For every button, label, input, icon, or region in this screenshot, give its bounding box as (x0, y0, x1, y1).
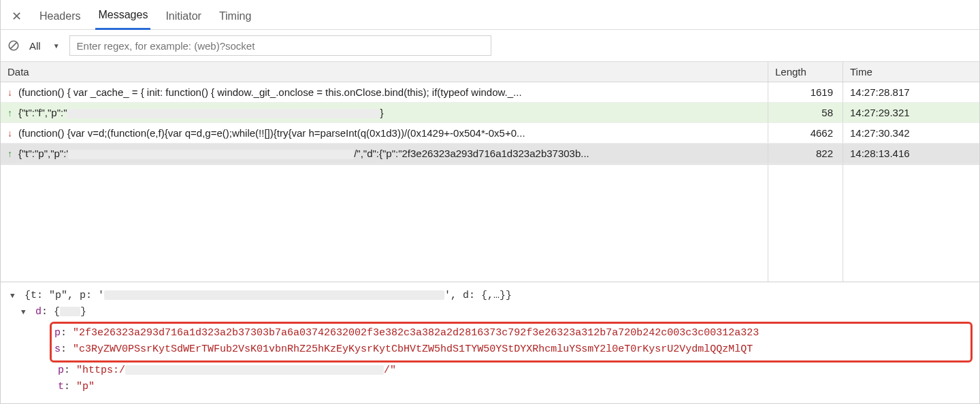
message-length: 58 (768, 103, 843, 122)
detail-d-key: d (35, 306, 42, 318)
arrow-down-icon: ↓ (7, 128, 14, 139)
chevron-down-icon: ▼ (53, 42, 60, 50)
detail-p2-value: "https://" (76, 365, 396, 376)
tab-messages[interactable]: Messages (95, 5, 150, 30)
detail-p2-key: p (58, 365, 64, 376)
svg-line-1 (10, 42, 17, 49)
table-empty-space (1, 164, 979, 282)
tabbar: ✕ Headers Messages Initiator Timing (1, 0, 979, 30)
message-time: 14:28:13.416 (843, 144, 979, 163)
message-data: {"t":"p","p":'/","d":{"p":"2f3e26323a293… (18, 148, 589, 159)
detail-p-key: p (54, 327, 61, 339)
arrow-up-icon: ↑ (7, 148, 14, 159)
message-data: (function() {var v=d;(function(e,f){var … (18, 127, 525, 139)
col-header-length[interactable]: Length (768, 62, 843, 82)
filter-bar: All ▼ (1, 30, 979, 62)
message-time: 14:27:29.321 (843, 103, 979, 122)
detail-s-value: "c3RyZWV0PSsrKytSdWErTWFub2VsK01vbnRhZ25… (73, 343, 753, 355)
tab-timing[interactable]: Timing (216, 6, 254, 29)
detail-p-value: "2f3e26323a293d716a1d323a2b37303b7a6a037… (73, 327, 759, 339)
message-time: 14:27:28.817 (843, 82, 979, 102)
filter-direction-dropdown[interactable]: All ▼ (25, 39, 64, 53)
col-header-time[interactable]: Time (843, 62, 979, 82)
col-header-data[interactable]: Data (1, 62, 768, 82)
detail-s-key: s (54, 343, 61, 355)
message-data: {"t":"f","p":"} (18, 107, 383, 118)
highlighted-payload: p: "2f3e26323a293d716a1d323a2b37303b7a6a… (50, 322, 973, 363)
tab-initiator[interactable]: Initiator (163, 6, 203, 29)
message-time: 14:27:30.342 (843, 123, 979, 143)
disclosure-triangle-icon[interactable]: ▼ (21, 307, 29, 319)
message-length: 1619 (768, 82, 843, 102)
message-detail-pane: ▼ {t: "p", p: '', d: {,…}} ▼ d: {} p: "2… (1, 282, 979, 403)
tab-headers[interactable]: Headers (37, 6, 83, 29)
devtools-network-websocket-panel: ✕ Headers Messages Initiator Timing All … (0, 0, 980, 404)
filter-regex-input[interactable] (69, 35, 491, 56)
close-icon[interactable]: ✕ (9, 9, 24, 27)
clear-icon[interactable] (7, 39, 20, 52)
message-length: 4662 (768, 123, 843, 143)
message-row[interactable]: ↑ {"t":"p","p":'/","d":{"p":"2f3e26323a2… (1, 144, 979, 164)
message-row[interactable]: ↓ (function() {var v=d;(function(e,f){va… (1, 123, 979, 144)
filter-direction-label: All (29, 40, 41, 52)
message-row[interactable]: ↓ (function() { var _cache_ = { init: fu… (1, 82, 979, 103)
detail-t-key: t (58, 381, 64, 392)
arrow-up-icon: ↑ (7, 107, 14, 118)
message-data: (function() { var _cache_ = { init: func… (18, 86, 522, 98)
detail-t-value: "p" (76, 381, 95, 392)
message-row[interactable]: ↑ {"t":"f","p":"} 58 14:27:29.321 (1, 103, 979, 123)
message-rows: ↓ (function() { var _cache_ = { init: fu… (1, 82, 979, 164)
disclosure-triangle-icon[interactable]: ▼ (10, 290, 18, 303)
arrow-down-icon: ↓ (7, 87, 14, 98)
message-length: 822 (768, 144, 843, 163)
table-header: Data Length Time (1, 62, 979, 82)
